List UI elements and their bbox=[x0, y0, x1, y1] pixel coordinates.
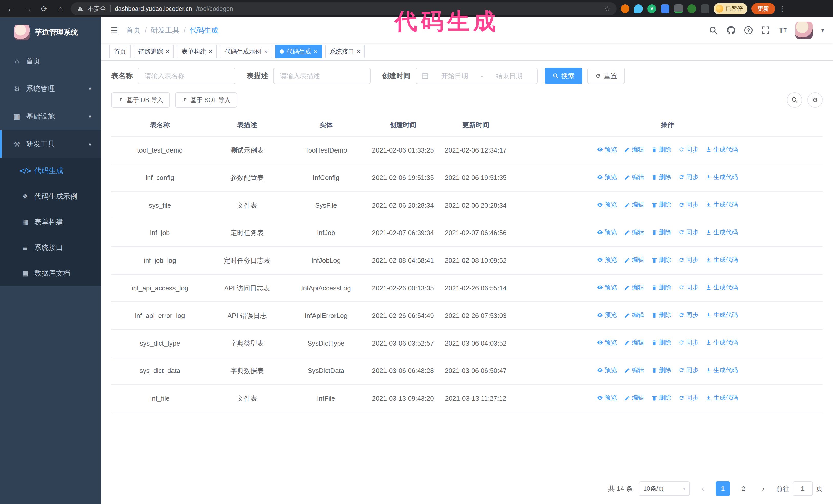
import-db-button[interactable]: 基于 DB 导入 bbox=[111, 92, 170, 108]
sync-action[interactable]: 同步 bbox=[679, 199, 698, 210]
sidebar-item-form-builder[interactable]: ▦ 表单构建 bbox=[0, 209, 101, 235]
extension-icon-leaf[interactable] bbox=[687, 4, 696, 13]
search-icon[interactable] bbox=[709, 26, 718, 34]
preview-action[interactable]: 预览 bbox=[597, 172, 617, 183]
help-icon[interactable]: ? bbox=[744, 26, 753, 34]
tab-system-api[interactable]: 系统接口 × bbox=[325, 45, 365, 58]
sidebar-item-db-docs[interactable]: ▤ 数据库文档 bbox=[0, 261, 101, 286]
preview-action[interactable]: 预览 bbox=[597, 337, 617, 348]
profile-paused-badge[interactable]: 已暂停 bbox=[714, 3, 747, 14]
extensions-puzzle-icon[interactable] bbox=[701, 4, 710, 13]
sync-action[interactable]: 同步 bbox=[679, 365, 698, 376]
table-desc-input[interactable] bbox=[273, 68, 371, 84]
delete-action[interactable]: 删除 bbox=[651, 392, 671, 403]
browser-update-button[interactable]: 更新 bbox=[752, 3, 775, 14]
edit-action[interactable]: 编辑 bbox=[624, 199, 644, 210]
import-sql-button[interactable]: 基于 SQL 导入 bbox=[175, 92, 237, 108]
tab-codegen-example[interactable]: 代码生成示例 × bbox=[220, 45, 272, 58]
close-icon[interactable]: × bbox=[357, 48, 360, 55]
sidebar-toggle-icon[interactable]: ☰ bbox=[110, 25, 118, 35]
tab-tracing[interactable]: 链路追踪 × bbox=[134, 45, 174, 58]
edit-action[interactable]: 编辑 bbox=[624, 337, 644, 348]
delete-action[interactable]: 删除 bbox=[651, 144, 671, 155]
table-name-input[interactable] bbox=[138, 68, 235, 84]
delete-action[interactable]: 删除 bbox=[651, 227, 671, 238]
generate-code-action[interactable]: 生成代码 bbox=[706, 227, 738, 238]
browser-menu-icon[interactable]: ⋮ bbox=[779, 5, 786, 13]
generate-code-action[interactable]: 生成代码 bbox=[706, 282, 738, 293]
back-icon[interactable]: ← bbox=[5, 3, 18, 15]
delete-action[interactable]: 删除 bbox=[651, 255, 671, 265]
delete-action[interactable]: 删除 bbox=[651, 310, 671, 320]
extension-icon-screen[interactable] bbox=[674, 4, 683, 13]
preview-action[interactable]: 预览 bbox=[597, 365, 617, 376]
sync-action[interactable]: 同步 bbox=[679, 227, 698, 238]
delete-action[interactable]: 删除 bbox=[651, 282, 671, 293]
extension-icon-people[interactable] bbox=[661, 4, 669, 13]
user-menu-caret-icon[interactable]: ▾ bbox=[822, 27, 824, 33]
toggle-search-icon[interactable] bbox=[787, 92, 802, 108]
preview-action[interactable]: 预览 bbox=[597, 282, 617, 293]
reset-button[interactable]: 重置 bbox=[588, 68, 625, 84]
forward-icon[interactable]: → bbox=[22, 3, 34, 15]
edit-action[interactable]: 编辑 bbox=[624, 255, 644, 265]
sidebar-item-home[interactable]: ⌂ 首页 bbox=[0, 47, 101, 75]
edit-action[interactable]: 编辑 bbox=[624, 144, 644, 155]
edit-action[interactable]: 编辑 bbox=[624, 172, 644, 183]
close-icon[interactable]: × bbox=[166, 48, 169, 55]
fullscreen-icon[interactable] bbox=[761, 26, 770, 34]
preview-action[interactable]: 预览 bbox=[597, 255, 617, 265]
close-icon[interactable]: × bbox=[264, 48, 268, 55]
extension-icon-droplet[interactable] bbox=[634, 4, 643, 13]
delete-action[interactable]: 删除 bbox=[651, 199, 671, 210]
close-icon[interactable]: × bbox=[209, 48, 212, 55]
tab-home[interactable]: 首页 bbox=[109, 45, 131, 58]
font-size-icon[interactable]: TT bbox=[779, 26, 787, 34]
generate-code-action[interactable]: 生成代码 bbox=[706, 144, 738, 155]
search-button[interactable]: 搜索 bbox=[545, 68, 582, 84]
breadcrumb-home[interactable]: 首页 bbox=[126, 25, 140, 35]
close-icon[interactable]: × bbox=[314, 48, 317, 55]
page-button-2[interactable]: 2 bbox=[736, 481, 751, 496]
page-size-select[interactable]: 10条/页 ▾ bbox=[639, 481, 690, 496]
address-bar[interactable]: 不安全 dashboard.yudao.iocoder.cn /tool/cod… bbox=[71, 2, 617, 15]
sync-action[interactable]: 同步 bbox=[679, 172, 698, 183]
edit-action[interactable]: 编辑 bbox=[624, 310, 644, 320]
sync-action[interactable]: 同步 bbox=[679, 392, 698, 403]
next-page-button[interactable]: › bbox=[757, 481, 770, 496]
preview-action[interactable]: 预览 bbox=[597, 310, 617, 320]
generate-code-action[interactable]: 生成代码 bbox=[706, 392, 738, 403]
edit-action[interactable]: 编辑 bbox=[624, 227, 644, 238]
reload-icon[interactable]: ⟳ bbox=[38, 3, 50, 15]
delete-action[interactable]: 删除 bbox=[651, 337, 671, 348]
app-logo[interactable]: 芋道管理系统 bbox=[0, 18, 101, 47]
sidebar-item-codegen[interactable]: </> 代码生成 bbox=[0, 158, 101, 184]
generate-code-action[interactable]: 生成代码 bbox=[706, 310, 738, 320]
sidebar-item-system[interactable]: ⚙ 系统管理 ∨ bbox=[0, 75, 101, 102]
generate-code-action[interactable]: 生成代码 bbox=[706, 172, 738, 183]
home-icon[interactable]: ⌂ bbox=[54, 3, 67, 15]
breadcrumb-devtools[interactable]: 研发工具 bbox=[151, 25, 180, 35]
generate-code-action[interactable]: 生成代码 bbox=[706, 337, 738, 348]
bookmark-star-icon[interactable]: ☆ bbox=[604, 5, 611, 13]
user-avatar[interactable] bbox=[795, 22, 813, 39]
delete-action[interactable]: 删除 bbox=[651, 172, 671, 183]
prev-page-button[interactable]: ‹ bbox=[696, 481, 710, 496]
goto-page-input[interactable] bbox=[792, 481, 813, 496]
generate-code-action[interactable]: 生成代码 bbox=[706, 365, 738, 376]
sync-action[interactable]: 同步 bbox=[679, 310, 698, 320]
delete-action[interactable]: 删除 bbox=[651, 365, 671, 376]
preview-action[interactable]: 预览 bbox=[597, 227, 617, 238]
github-icon[interactable] bbox=[727, 26, 736, 35]
extension-icon-orange[interactable] bbox=[621, 4, 629, 13]
edit-action[interactable]: 编辑 bbox=[624, 365, 644, 376]
sync-action[interactable]: 同步 bbox=[679, 144, 698, 155]
sidebar-item-system-api[interactable]: ≣ 系统接口 bbox=[0, 235, 101, 261]
tab-codegen[interactable]: 代码生成 × bbox=[275, 45, 322, 58]
create-time-range-picker[interactable]: 开始日期 - 结束日期 bbox=[416, 68, 538, 84]
preview-action[interactable]: 预览 bbox=[597, 144, 617, 155]
page-button-1[interactable]: 1 bbox=[716, 481, 730, 496]
sync-action[interactable]: 同步 bbox=[679, 255, 698, 265]
tab-form-builder[interactable]: 表单构建 × bbox=[177, 45, 217, 58]
generate-code-action[interactable]: 生成代码 bbox=[706, 255, 738, 265]
